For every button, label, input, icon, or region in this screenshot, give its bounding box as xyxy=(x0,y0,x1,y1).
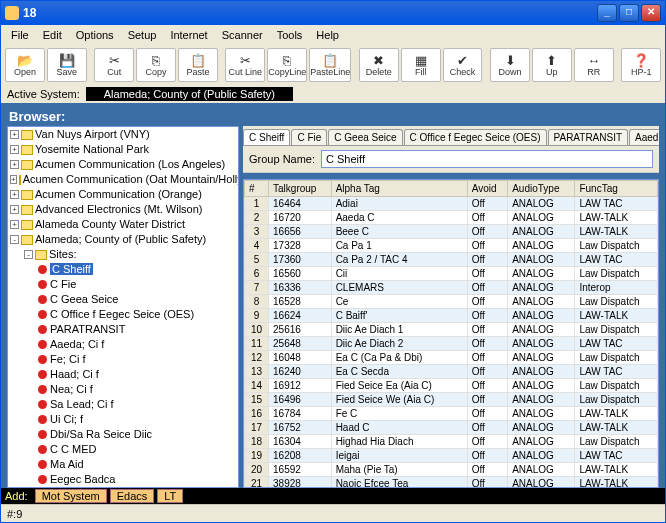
table-row[interactable]: 1516496Fied Seice We (Aia C)OffANALOGLaw… xyxy=(245,393,658,407)
menu-internet[interactable]: Internet xyxy=(164,27,213,43)
tree-item[interactable]: C Office f Eegec Seice (OES) xyxy=(24,307,238,322)
cutline-button[interactable]: ✂Cut Line xyxy=(225,48,265,82)
menu-scanner[interactable]: Scanner xyxy=(216,27,269,43)
tab[interactable]: C Office f Eegec Seice (OES) xyxy=(404,129,547,145)
pasteline-button[interactable]: 📋PasteLine xyxy=(309,48,351,82)
tree-item[interactable]: Eegec Badca xyxy=(24,472,238,487)
table-row[interactable]: 1216048Ea C (Ca Pa & Dbi)OffANALOGLaw Di… xyxy=(245,351,658,365)
save-button[interactable]: 💾Save xyxy=(47,48,87,82)
tree-item[interactable]: Fe; Ci f xyxy=(24,352,238,367)
tree-folder[interactable]: +Acumen Communication (Los Angeles) xyxy=(10,157,238,172)
expand-icon[interactable]: + xyxy=(10,145,19,154)
tree-item[interactable]: Aaeda; Ci f xyxy=(24,337,238,352)
column-header[interactable]: Talkgroup xyxy=(269,181,332,197)
tree-item[interactable]: Ma Aid xyxy=(24,457,238,472)
table-row[interactable]: 616560CiiOffANALOGLaw Dispatch xyxy=(245,267,658,281)
tree-item[interactable]: Haad; Ci f xyxy=(24,367,238,382)
menu-options[interactable]: Options xyxy=(70,27,120,43)
table-row[interactable]: 916624C Baiff'OffANALOGLAW-TALK xyxy=(245,309,658,323)
expand-icon[interactable]: + xyxy=(10,205,19,214)
menu-file[interactable]: File xyxy=(5,27,35,43)
table-row[interactable]: 1316240Ea C SecdaOffANALOGLAW TAC xyxy=(245,365,658,379)
table-row[interactable]: 2138928Naoic Efcee TeaOffANALOGLAW-TALK xyxy=(245,477,658,489)
collapse-icon[interactable]: - xyxy=(24,250,33,259)
tree-item[interactable]: C C MED xyxy=(24,442,238,457)
tree-item[interactable]: C Geea Seice xyxy=(24,292,238,307)
tree-folder[interactable]: +Acumen Communication (Oat Mountain/Holl… xyxy=(10,172,238,187)
down-button[interactable]: ⬇Down xyxy=(490,48,530,82)
up-button[interactable]: ⬆Up xyxy=(532,48,572,82)
fill-button[interactable]: ▦Fill xyxy=(401,48,441,82)
column-header[interactable]: AudioType xyxy=(508,181,575,197)
menu-tools[interactable]: Tools xyxy=(271,27,309,43)
column-header[interactable]: # xyxy=(245,181,269,197)
paste-button[interactable]: 📋Paste xyxy=(178,48,218,82)
table-row[interactable]: 316656Beee COffANALOGLAW-TALK xyxy=(245,225,658,239)
expand-icon[interactable]: + xyxy=(10,175,17,184)
table-row[interactable]: 1025616Diic Ae Diach 1OffANALOGLaw Dispa… xyxy=(245,323,658,337)
expand-icon[interactable]: + xyxy=(10,130,19,139)
table-row[interactable]: 216720Aaeda COffANALOGLAW-TALK xyxy=(245,211,658,225)
copy-button[interactable]: ⎘Copy xyxy=(136,48,176,82)
check-button[interactable]: ✔Check xyxy=(443,48,483,82)
maximize-button[interactable]: □ xyxy=(619,4,639,22)
tab[interactable]: PARATRANSIT xyxy=(548,129,629,145)
tab[interactable]: Aaeda; Ci f xyxy=(629,129,659,145)
table-row[interactable]: 1916208IeigaiOffANALOGLAW TAC xyxy=(245,449,658,463)
table-row[interactable]: 2016592Maha (Pie Ta)OffANALOGLAW-TALK xyxy=(245,463,658,477)
cut-button[interactable]: ✂Cut xyxy=(94,48,134,82)
tree-item[interactable]: Nea; Ci f xyxy=(24,382,238,397)
group-name-label: Group Name: xyxy=(249,153,315,165)
tree-folder[interactable]: +Acumen Communication (Orange) xyxy=(10,187,238,202)
tree-pane[interactable]: +Van Nuys Airport (VNY)+Yosemite Nationa… xyxy=(7,126,239,488)
tree-folder[interactable]: +Yosemite National Park xyxy=(10,142,238,157)
column-header[interactable]: FuncTag xyxy=(575,181,658,197)
delete-button[interactable]: ✖Delete xyxy=(359,48,399,82)
collapse-icon[interactable]: - xyxy=(10,235,19,244)
hp1-button[interactable]: ❓HP-1 xyxy=(621,48,661,82)
open-button[interactable]: 📂Open xyxy=(5,48,45,82)
tree-item[interactable]: C Fie xyxy=(24,277,238,292)
expand-icon[interactable]: + xyxy=(10,190,19,199)
titlebar[interactable]: 18 _ □ ✕ xyxy=(1,1,665,25)
table-row[interactable]: 1616784Fe COffANALOGLAW-TALK xyxy=(245,407,658,421)
tab[interactable]: C Fie xyxy=(291,129,327,145)
table-row[interactable]: 517360Ca Pa 2 / TAC 4OffANALOGLAW TAC xyxy=(245,253,658,267)
tree-item[interactable]: Dbi/Sa Ra Seice Diic xyxy=(24,427,238,442)
tab[interactable]: C Sheiff xyxy=(243,129,290,145)
table-row[interactable]: 1816304Highad Hia DiachOffANALOGLaw Disp… xyxy=(245,435,658,449)
tree-item[interactable]: Ui Ci; f xyxy=(24,412,238,427)
add-mot-system[interactable]: Mot System xyxy=(35,489,107,503)
table-row[interactable]: 716336CLEMARSOffANALOGInterop xyxy=(245,281,658,295)
tab[interactable]: C Geea Seice xyxy=(328,129,402,145)
table-row[interactable]: 1716752Haad COffANALOGLAW-TALK xyxy=(245,421,658,435)
group-name-input[interactable] xyxy=(321,150,653,168)
menu-edit[interactable]: Edit xyxy=(37,27,68,43)
table-row[interactable]: 417328Ca Pa 1OffANALOGLaw Dispatch xyxy=(245,239,658,253)
tree-folder[interactable]: +Alameda County Water District xyxy=(10,217,238,232)
table-row[interactable]: 116464AdiaiOffANALOGLAW TAC xyxy=(245,197,658,211)
close-button[interactable]: ✕ xyxy=(641,4,661,22)
copyline-button[interactable]: ⎘CopyLine xyxy=(267,48,307,82)
add-edacs[interactable]: Edacs xyxy=(110,489,155,503)
menu-help[interactable]: Help xyxy=(310,27,345,43)
tree-item[interactable]: C Sheiff xyxy=(24,262,238,277)
expand-icon[interactable]: + xyxy=(10,160,19,169)
column-header[interactable]: Alpha Tag xyxy=(331,181,467,197)
tree-sites[interactable]: -Sites: xyxy=(24,247,238,262)
tree-item[interactable]: Sa Lead; Ci f xyxy=(24,397,238,412)
talkgroup-grid[interactable]: #TalkgroupAlpha TagAvoidAudioTypeFuncTag… xyxy=(243,179,659,488)
tree-folder[interactable]: +Van Nuys Airport (VNY) xyxy=(10,127,238,142)
column-header[interactable]: Avoid xyxy=(467,181,507,197)
menu-setup[interactable]: Setup xyxy=(122,27,163,43)
minimize-button[interactable]: _ xyxy=(597,4,617,22)
rr-button[interactable]: ↔RR xyxy=(574,48,614,82)
tree-folder[interactable]: +Advanced Electronics (Mt. Wilson) xyxy=(10,202,238,217)
add-lt[interactable]: LT xyxy=(157,489,183,503)
tree-item[interactable]: PARATRANSIT xyxy=(24,322,238,337)
table-row[interactable]: 816528CeOffANALOGLaw Dispatch xyxy=(245,295,658,309)
table-row[interactable]: 1416912Fied Seice Ea (Aia C)OffANALOGLaw… xyxy=(245,379,658,393)
tree-folder-open[interactable]: -Alameda; County of (Public Safety) xyxy=(10,232,238,247)
table-row[interactable]: 1125648Diic Ae Diach 2OffANALOGLAW TAC xyxy=(245,337,658,351)
expand-icon[interactable]: + xyxy=(10,220,19,229)
